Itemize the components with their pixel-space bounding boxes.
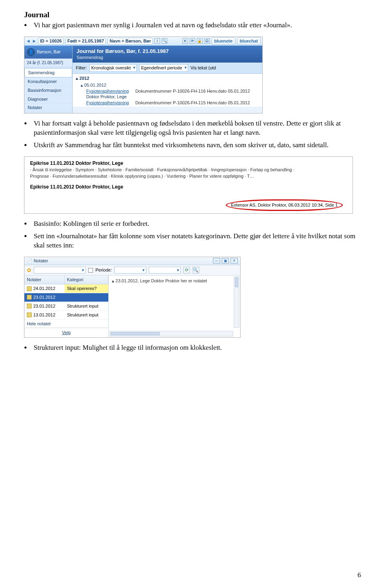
epikrise-header-1: Epikrise 11.01.2012 Doktor Proktor, Lege <box>30 160 347 166</box>
notater-titlebar: 📄 Notater — ▣ ✕ <box>24 257 240 265</box>
filter-bar: Filter: Kronologisk oversikt Egendefiner… <box>73 63 262 74</box>
note-icon <box>27 286 32 291</box>
screenshot-epikrise: Epikrise 11.01.2012 Doktor Proktor, Lege… <box>24 156 353 214</box>
table-row[interactable]: 23.01.2012 <box>24 293 108 302</box>
sidebar-item-basisinformasjon[interactable]: Basisinformasjon <box>24 86 72 95</box>
sidebar-item-konsultasjoner[interactable]: Konsultasjoner <box>24 77 72 86</box>
periode-label: Periode: <box>95 267 112 273</box>
filter-text-toggle[interactable]: Vis tekst (utd <box>190 65 216 71</box>
journal-subtitle: Sammendrag <box>77 55 258 61</box>
velg-link[interactable]: Velg <box>24 328 108 337</box>
patient-name: Børson, Bør <box>37 49 61 55</box>
journal-titlebar: Journal for Børson, Bør, f. 21.05.1987 S… <box>73 46 262 63</box>
patient-age: 24 år (f. 21.05.1987) <box>24 59 72 68</box>
bullet-list-2: Vi har fortsatt valgt å beholde pasientn… <box>31 119 361 150</box>
bullet-list-3: Basisinfo: Koblingen til serie er forbed… <box>31 219 361 250</box>
filter-period-dropdown[interactable]: Egendefinert periode <box>139 64 188 72</box>
periode-from[interactable] <box>114 267 146 274</box>
notater-title: 📄 Notater <box>27 258 48 264</box>
toolbar-icon-4[interactable]: ☑ <box>204 38 210 44</box>
journal-topbar: ◄ ► ID = 10026 Født = 21.05.1987 Navn = … <box>24 37 262 46</box>
note-icon <box>27 295 32 300</box>
search-icon[interactable]: 🔍 <box>192 267 199 274</box>
sidebar-item-notater[interactable]: Notater <box>24 103 72 112</box>
entry-sub: Doktor Proktor, Lege <box>76 94 259 100</box>
periode-to[interactable] <box>149 267 181 274</box>
sidebar-menu: Sammendrag Konsultasjoner Basisinformasj… <box>24 67 72 113</box>
vertical-scrollbar[interactable] <box>234 276 239 328</box>
bullet-footer: Utskrift av Sammendrag har fått bunnteks… <box>31 141 361 150</box>
entry-link[interactable]: Fysioterapihenvisning <box>86 88 129 94</box>
entry-row[interactable]: Fysioterapihenvisning Dokumentnummer P-1… <box>76 88 259 94</box>
bullet-struct: Strukturert input: Mulighet til å legge … <box>31 343 361 353</box>
sidebar-item-diagnoser[interactable]: Diagnoser <box>24 95 72 104</box>
table-row[interactable]: 23.01.2012 Strukturert input <box>24 302 108 311</box>
bullet-list-4: Strukturert input: Mulighet til å legge … <box>31 343 361 353</box>
entry-link[interactable]: Fysioterapihenvisning <box>86 100 129 106</box>
preview-text: ▴ 23.01.2012, Lege Doktor Proktor her er… <box>112 278 207 283</box>
heading-journal: Journal <box>24 10 361 20</box>
entry-doc: Dokumentnummer P-10026-FH-116 Henv.dato … <box>135 88 250 94</box>
person-icon: 👤 <box>27 48 35 56</box>
epikrise-line-1: · Årsak til innleggelse · Symptom · Syke… <box>30 167 347 173</box>
id-badge: ID = 10026 <box>38 38 64 45</box>
refresh-icon[interactable]: ⟳ <box>183 267 190 274</box>
patient-header: 👤 Børson, Bør <box>24 46 72 59</box>
bullet-intro: Vi har gjort pasientnavn mer synlig i Jo… <box>31 21 361 30</box>
navn-badge: Navn = Børson, Bør <box>107 38 153 45</box>
horizontal-scrollbar[interactable] <box>109 331 233 337</box>
footer-highlight: Extensor AS, Doktor Proktor, 06.03.2012 … <box>226 199 343 211</box>
journal-sidebar: 👤 Børson, Bør 24 år (f. 21.05.1987) Samm… <box>24 46 73 114</box>
col-kategori[interactable]: Kategori <box>65 276 108 284</box>
minimize-icon[interactable]: — <box>213 258 220 264</box>
periode-checkbox[interactable] <box>88 268 93 273</box>
table-row[interactable]: 13.01.2012 Strukturert input <box>24 311 108 320</box>
toolbar-icon-1[interactable]: K <box>182 38 188 44</box>
bullet-list-1: Vi har gjort pasientnavn mer synlig i Jo… <box>31 21 361 30</box>
bluechat-button[interactable]: bluechat <box>237 37 261 45</box>
screenshot-journal: ◄ ► ID = 10026 Født = 21.05.1987 Navn = … <box>24 36 263 114</box>
notater-list: Notater Kategori 24.01.2012 Skal operere… <box>24 276 109 337</box>
fodt-badge: Født = 21.05.1987 <box>65 38 106 45</box>
print-footer-text: Extensor AS, Doktor Proktor, 06.03.2012 … <box>226 199 343 211</box>
epikrise-line-2: Prognose · Funn/undersøkelsesresultat · … <box>30 173 347 179</box>
notater-toolbar: ✿ Periode: ⟳ 🔍 <box>24 265 240 276</box>
sidebar-item-sammendrag[interactable]: Sammendrag <box>24 68 72 77</box>
bullet-notat: Sett inn «Journalnotat» har fått kolonne… <box>31 232 361 250</box>
journal-title: Journal for Børson, Bør, f. 21.05.1987 <box>77 48 258 55</box>
toolbar-icon-2[interactable]: ⟳ <box>190 38 195 44</box>
entry-row[interactable]: Fysioterapihenvisning Dokumentnummer P-1… <box>76 100 259 106</box>
star-icon[interactable]: ✿ <box>27 267 31 274</box>
epikrise-header-2: Epikrise 11.01.2012 Doktor Proktor, Lege <box>30 184 347 190</box>
year-node[interactable]: ▴ 2012 <box>76 75 259 82</box>
date-node[interactable]: ▴ 05.01.2012 <box>76 82 259 88</box>
toolbar-icon-3[interactable]: 🔒 <box>197 38 203 44</box>
close-icon[interactable]: ✕ <box>231 258 238 264</box>
hele-notatet[interactable]: Hele notatet <box>24 320 108 328</box>
bullet-basis: Basisinfo: Koblingen til serie er forbed… <box>31 219 361 229</box>
filter-view-dropdown[interactable]: Kronologisk oversikt <box>89 64 137 72</box>
nav-fwd-icon[interactable]: ► <box>32 38 36 44</box>
info-icon[interactable]: i <box>154 38 160 44</box>
search-icon[interactable]: 🔍 <box>162 38 167 44</box>
bluenote-button[interactable]: bluenote <box>211 37 235 45</box>
journal-content: ▴ 2012 ▴ 05.01.2012 Fysioterapihenvisnin… <box>73 74 262 107</box>
maximize-icon[interactable]: ▣ <box>222 258 229 264</box>
toolbar-dropdown[interactable] <box>34 267 86 274</box>
journal-main: Journal for Børson, Bør, f. 21.05.1987 S… <box>73 46 262 114</box>
filter-label: Filter: <box>76 65 87 71</box>
entry-doc: Dokumentnummer P-10026-FH-115 Henv.dato … <box>135 100 250 106</box>
col-notater[interactable]: Notater <box>24 276 65 284</box>
note-icon <box>27 304 32 308</box>
notater-preview: ▴ 23.01.2012, Lege Doktor Proktor her er… <box>109 276 240 337</box>
table-row[interactable]: 24.01.2012 Skal opereres? <box>24 284 108 293</box>
notater-header-row: Notater Kategori <box>24 276 108 284</box>
note-icon <box>27 312 32 317</box>
nav-back-icon[interactable]: ◄ <box>26 38 30 44</box>
screenshot-notater: 📄 Notater — ▣ ✕ ✿ Periode: ⟳ 🔍 Notater K… <box>24 257 241 338</box>
bullet-keep: Vi har fortsatt valgt å beholde pasientn… <box>31 119 361 138</box>
